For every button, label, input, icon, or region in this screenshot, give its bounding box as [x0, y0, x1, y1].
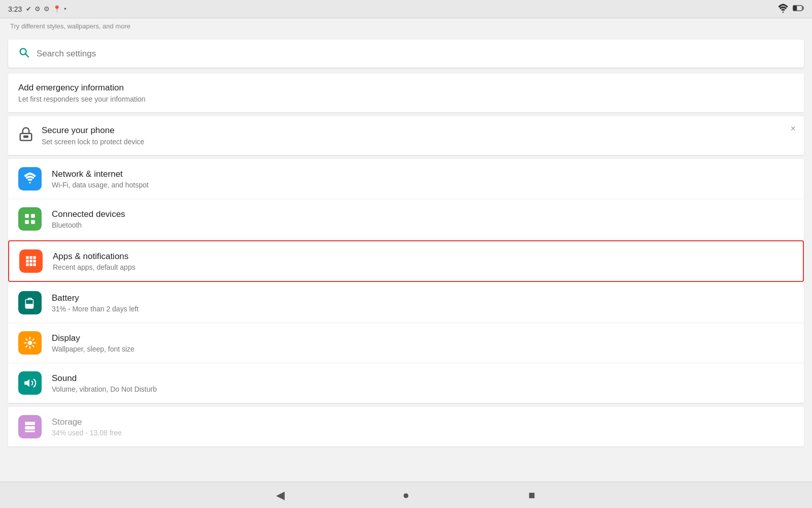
svg-line-7	[25, 54, 28, 57]
search-icon	[18, 47, 29, 60]
apps-icon	[19, 249, 43, 273]
svg-rect-23	[33, 263, 36, 266]
time-display: 3:23	[8, 5, 22, 13]
svg-point-0	[783, 12, 784, 13]
settings-item-apps[interactable]: Apps & notifications Recent apps, defaul…	[8, 240, 804, 282]
back-button[interactable]: ◀	[268, 483, 292, 507]
status-left: 3:23 ✔ ⚙ ⚙ 📍 •	[8, 5, 66, 13]
emergency-card[interactable]: Add emergency information Let first resp…	[8, 74, 804, 112]
connected-subtitle: Bluetooth	[52, 221, 794, 229]
secure-phone-card[interactable]: Secure your phone Set screen lock to pro…	[8, 116, 804, 155]
secure-title: Secure your phone	[42, 125, 144, 136]
sound-icon	[18, 371, 42, 395]
connected-title: Connected devices	[52, 209, 794, 219]
storage-text: Storage 34% used - 13.08 free	[52, 417, 122, 437]
dot-icon: •	[64, 5, 66, 13]
emergency-subtitle: Let first responders see your informatio…	[18, 95, 794, 103]
storage-icon	[18, 415, 42, 438]
settings-item-display[interactable]: Display Wallpaper, sleep, font size	[8, 323, 804, 363]
svg-marker-38	[24, 379, 29, 387]
sound-text: Sound Volume, vibration, Do Not Disturb	[52, 373, 794, 393]
battery-title: Battery	[52, 293, 794, 303]
svg-rect-21	[26, 263, 28, 266]
svg-rect-14	[31, 220, 35, 224]
display-icon	[18, 331, 42, 355]
svg-rect-13	[25, 220, 29, 224]
svg-rect-11	[25, 214, 29, 218]
battery-text: Battery 31% - More than 2 days left	[52, 293, 794, 313]
layers-icon: ⚙	[44, 5, 50, 13]
svg-rect-41	[25, 431, 35, 432]
svg-rect-20	[33, 260, 36, 262]
recent-button[interactable]: ■	[520, 483, 544, 507]
apps-text: Apps & notifications Recent apps, defaul…	[53, 251, 793, 271]
network-text: Network & internet Wi-Fi, data usage, an…	[52, 169, 794, 189]
home-button[interactable]: ●	[394, 483, 418, 507]
svg-rect-12	[31, 214, 35, 218]
svg-rect-17	[33, 256, 36, 259]
sound-title: Sound	[52, 373, 794, 384]
svg-point-29	[28, 341, 32, 345]
secure-text: Secure your phone Set screen lock to pro…	[42, 125, 144, 146]
network-icon	[18, 167, 42, 190]
apps-title: Apps & notifications	[53, 251, 793, 262]
svg-rect-9	[23, 136, 28, 138]
main-content: Add emergency information Let first resp…	[0, 34, 812, 497]
search-bar[interactable]	[8, 40, 804, 68]
search-input[interactable]	[37, 49, 794, 59]
svg-line-35	[32, 345, 33, 346]
status-icons: ✔ ⚙ ⚙ 📍 •	[26, 5, 66, 13]
svg-rect-2	[794, 6, 797, 10]
svg-rect-40	[25, 426, 35, 430]
bottom-nav: ◀ ● ■	[0, 482, 812, 508]
top-partial-text: Try different styles, wallpapers, and mo…	[0, 18, 812, 34]
svg-line-37	[26, 345, 27, 346]
sync-icon: ⚙	[35, 5, 41, 13]
svg-point-10	[29, 182, 30, 183]
settings-item-battery[interactable]: Battery 31% - More than 2 days left	[8, 283, 804, 323]
network-subtitle: Wi-Fi, data usage, and hotspot	[52, 181, 794, 189]
connected-text: Connected devices Bluetooth	[52, 209, 794, 229]
svg-rect-16	[29, 256, 32, 259]
sound-subtitle: Volume, vibration, Do Not Disturb	[52, 385, 794, 393]
close-button[interactable]: ×	[790, 123, 796, 134]
svg-rect-18	[26, 260, 28, 262]
display-subtitle: Wallpaper, sleep, font size	[52, 345, 794, 353]
settings-item-storage[interactable]: Storage 34% used - 13.08 free	[8, 407, 804, 447]
check-icon: ✔	[26, 5, 31, 13]
lock-icon	[18, 126, 33, 145]
secure-subtitle: Set screen lock to protect device	[42, 138, 144, 146]
location-icon: 📍	[53, 5, 61, 13]
status-bar: 3:23 ✔ ⚙ ⚙ 📍 •	[0, 0, 812, 18]
network-title: Network & internet	[52, 169, 794, 179]
svg-line-36	[32, 339, 33, 340]
settings-item-network[interactable]: Network & internet Wi-Fi, data usage, an…	[8, 159, 804, 199]
storage-subtitle: 34% used - 13.08 free	[52, 429, 122, 437]
svg-rect-25	[25, 304, 33, 308]
connected-icon	[18, 207, 42, 231]
status-right	[777, 4, 804, 14]
storage-title: Storage	[52, 417, 122, 427]
battery-icon	[18, 291, 42, 314]
battery-status-icon	[793, 5, 804, 13]
svg-rect-39	[25, 422, 35, 425]
emergency-title: Add emergency information	[18, 83, 794, 93]
settings-item-sound[interactable]: Sound Volume, vibration, Do Not Disturb	[8, 363, 804, 403]
svg-rect-22	[29, 263, 32, 266]
settings-list: Network & internet Wi-Fi, data usage, an…	[8, 159, 804, 403]
settings-item-connected[interactable]: Connected devices Bluetooth	[8, 199, 804, 239]
apps-subtitle: Recent apps, default apps	[53, 263, 793, 271]
display-title: Display	[52, 333, 794, 343]
svg-line-34	[26, 339, 27, 340]
svg-rect-15	[26, 256, 28, 259]
battery-subtitle: 31% - More than 2 days left	[52, 305, 794, 313]
display-text: Display Wallpaper, sleep, font size	[52, 333, 794, 353]
svg-rect-19	[29, 260, 32, 262]
wifi-status-icon	[777, 4, 789, 14]
